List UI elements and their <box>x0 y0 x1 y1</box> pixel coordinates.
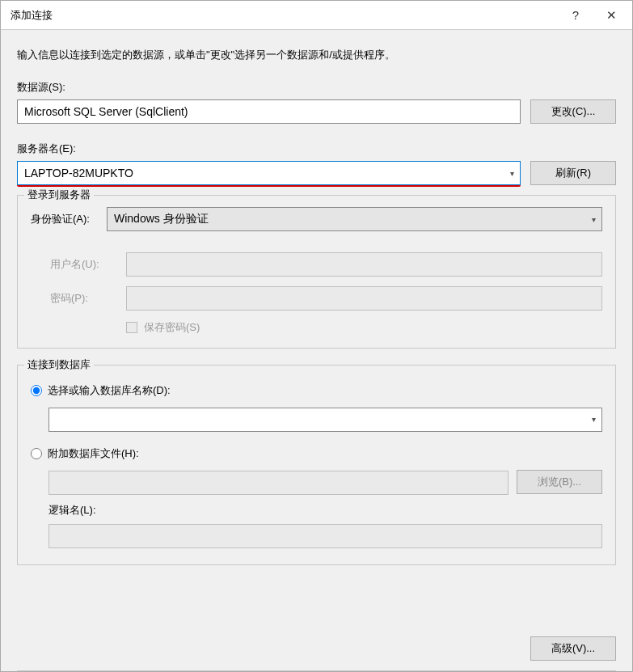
titlebar: 添加连接 ? ✕ <box>1 1 632 30</box>
password-input <box>126 286 602 311</box>
database-legend: 连接到数据库 <box>24 357 94 372</box>
select-db-radio[interactable] <box>31 385 42 396</box>
attach-db-radio-row[interactable]: 附加数据库文件(H): <box>31 446 602 461</box>
footer-separator <box>17 670 616 671</box>
database-groupbox: 连接到数据库 选择或输入数据库名称(D): ▾ 附加数据库文件(H): 浏览(B… <box>17 365 616 565</box>
browse-button: 浏览(B)... <box>517 470 602 494</box>
dialog-title: 添加连接 <box>11 8 558 23</box>
help-button[interactable]: ? <box>558 2 593 28</box>
server-label: 服务器名(E): <box>17 142 521 156</box>
login-legend: 登录到服务器 <box>24 188 94 202</box>
attach-file-input <box>49 471 509 495</box>
auth-label: 身份验证(A): <box>31 212 107 226</box>
refresh-button[interactable]: 刷新(R) <box>530 161 616 185</box>
close-button[interactable]: ✕ <box>593 2 629 28</box>
username-input <box>126 252 602 277</box>
username-label: 用户名(U): <box>50 257 126 272</box>
attach-db-radio[interactable] <box>31 448 42 459</box>
change-button[interactable]: 更改(C)... <box>530 99 616 124</box>
server-row: 服务器名(E): ▾ 刷新(R) <box>17 142 616 187</box>
dialog-content: 输入信息以连接到选定的数据源，或单击"更改"选择另一个数据源和/或提供程序。 数… <box>1 30 632 630</box>
save-password-label: 保存密码(S) <box>144 320 200 335</box>
logical-name-input <box>49 524 602 548</box>
auth-combo[interactable] <box>107 207 602 231</box>
advanced-button[interactable]: 高级(V)... <box>530 636 616 661</box>
attach-db-label: 附加数据库文件(H): <box>48 446 139 461</box>
select-db-radio-row[interactable]: 选择或输入数据库名称(D): <box>31 383 602 398</box>
add-connection-dialog: 添加连接 ? ✕ 输入信息以连接到选定的数据源，或单击"更改"选择另一个数据源和… <box>0 0 633 672</box>
select-db-label: 选择或输入数据库名称(D): <box>48 383 171 398</box>
instruction-text: 输入信息以连接到选定的数据源，或单击"更改"选择另一个数据源和/或提供程序。 <box>17 48 616 62</box>
server-combo[interactable] <box>17 161 521 185</box>
database-name-combo[interactable] <box>49 408 602 432</box>
logical-name-label: 逻辑名(L): <box>49 503 602 518</box>
password-label: 密码(P): <box>50 291 126 306</box>
datasource-label: 数据源(S): <box>17 80 521 95</box>
datasource-input <box>17 99 521 124</box>
login-groupbox: 登录到服务器 身份验证(A): ▾ 用户名(U): 密码(P): <box>17 195 616 349</box>
dialog-footer: 高级(V)... <box>1 630 632 666</box>
save-password-checkbox <box>126 322 137 333</box>
datasource-row: 数据源(S): 更改(C)... <box>17 80 616 124</box>
